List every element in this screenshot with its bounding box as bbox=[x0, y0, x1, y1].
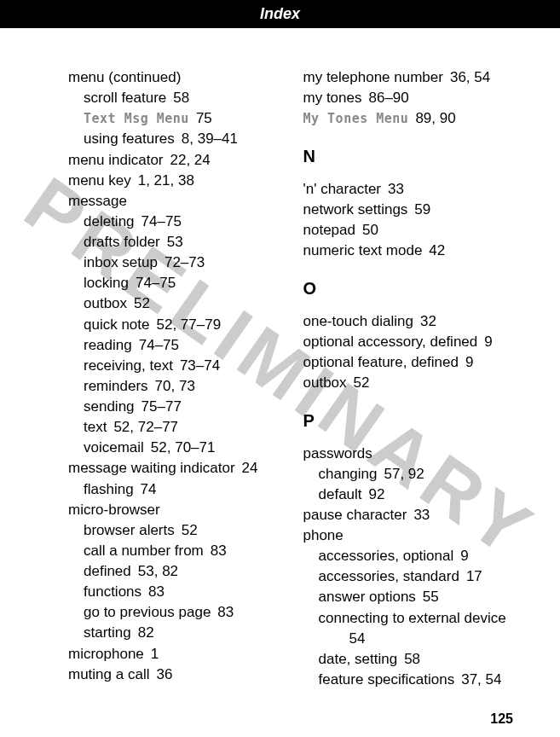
index-entry: date, setting58 bbox=[303, 649, 518, 670]
index-entry: inbox setup72–73 bbox=[68, 252, 283, 273]
index-entry-pages: 52, 72–77 bbox=[113, 419, 178, 435]
index-entry-text: reading bbox=[84, 337, 132, 353]
index-entry-text: muting a call bbox=[68, 666, 149, 682]
index-entry-text: notepad bbox=[303, 222, 355, 238]
index-entry: optional feature, defined9 bbox=[303, 352, 518, 373]
page-header: Index bbox=[0, 0, 560, 28]
index-entry: message bbox=[68, 191, 283, 212]
index-entry-pages: 17 bbox=[466, 568, 482, 584]
index-entry-pages: 36 bbox=[156, 666, 172, 682]
index-entry-pages: 82 bbox=[138, 624, 154, 641]
index-entry-text: numeric text mode bbox=[303, 242, 423, 258]
index-entry-pages: 73–74 bbox=[180, 357, 220, 374]
index-entry: 54 bbox=[303, 629, 518, 649]
index-entry-pages: 58 bbox=[404, 651, 420, 667]
index-entry: starting82 bbox=[68, 623, 283, 643]
index-entry-text: text bbox=[84, 419, 107, 435]
index-entry-text: my tones bbox=[303, 90, 362, 106]
index-entry-pages: 50 bbox=[362, 222, 378, 238]
index-entry: sending75–77 bbox=[68, 397, 283, 417]
index-entry: go to previous page83 bbox=[68, 602, 283, 623]
index-entry-text: drafts folder bbox=[84, 234, 160, 250]
index-entry-pages: 86–90 bbox=[368, 90, 408, 106]
index-entry: one-touch dialing32 bbox=[303, 311, 518, 332]
index-entry-pages: 52 bbox=[354, 374, 370, 391]
index-entry-text: optional feature, defined bbox=[303, 354, 459, 370]
index-entry-pages: 24 bbox=[242, 460, 258, 476]
index-entry: muting a call36 bbox=[68, 664, 283, 685]
index-entry-pages: 70, 73 bbox=[155, 378, 195, 394]
index-entry-text: voicemail bbox=[84, 439, 144, 456]
index-entry: menu (continued) bbox=[68, 67, 283, 88]
index-entry: menu key1, 21, 38 bbox=[68, 171, 283, 191]
index-entry: numeric text mode42 bbox=[303, 241, 518, 261]
index-entry: default92 bbox=[303, 485, 518, 505]
index-entry-text: connecting to external device bbox=[319, 610, 506, 626]
index-entry: flashing74 bbox=[68, 479, 283, 500]
index-entry-text: accessories, optional bbox=[319, 548, 454, 564]
index-entry-text: message bbox=[68, 193, 127, 209]
index-entry-text: defined bbox=[84, 563, 131, 579]
index-entry: outbox52 bbox=[303, 373, 518, 393]
index-entry: receiving, text73–74 bbox=[68, 356, 283, 376]
index-entry-pages: 36, 54 bbox=[450, 69, 490, 85]
index-entry: outbox52 bbox=[68, 293, 283, 314]
index-entry-text: browser alerts bbox=[84, 522, 175, 538]
index-entry-text: 'n' character bbox=[303, 181, 382, 197]
index-entry: pause character33 bbox=[303, 505, 518, 525]
index-entry-pages: 57, 92 bbox=[384, 466, 424, 482]
index-entry-pages: 75–77 bbox=[141, 398, 182, 415]
index-entry-pages: 59 bbox=[414, 201, 430, 218]
index-entry-pages: 22, 24 bbox=[170, 152, 211, 168]
index-entry: micro-browser bbox=[68, 500, 283, 520]
index-entry: defined53, 82 bbox=[68, 561, 283, 582]
index-entry: 'n' character33 bbox=[303, 179, 518, 200]
index-entry-pages: 52 bbox=[182, 522, 198, 538]
index-entry-text: my telephone number bbox=[303, 69, 443, 85]
index-entry: reading74–75 bbox=[68, 335, 283, 356]
index-entry-pages: 74–75 bbox=[139, 337, 179, 353]
index-entry: reminders70, 73 bbox=[68, 376, 283, 397]
index-entry-text: microphone bbox=[68, 646, 144, 662]
index-entry: notepad50 bbox=[303, 220, 518, 241]
index-entry: feature specifications37, 54 bbox=[303, 670, 518, 690]
index-entry-pages: 9 bbox=[460, 548, 468, 564]
index-entry-pages: 74–75 bbox=[141, 213, 182, 229]
index-entry: voicemail52, 70–71 bbox=[68, 438, 283, 458]
index-entry-text: changing bbox=[319, 466, 378, 482]
index-entry: answer options55 bbox=[303, 587, 518, 607]
index-entry: My Tones Menu89, 90 bbox=[303, 108, 518, 129]
index-entry: call a number from83 bbox=[68, 541, 283, 561]
index-entry-pages: 53 bbox=[167, 234, 183, 250]
index-entry: using features8, 39–41 bbox=[68, 129, 283, 149]
index-entry: passwords bbox=[303, 444, 518, 464]
index-entry: connecting to external device bbox=[303, 608, 518, 629]
index-entry-pages: 33 bbox=[413, 507, 430, 523]
index-entry: text52, 72–77 bbox=[68, 417, 283, 438]
index-entry-text: functions bbox=[84, 583, 141, 600]
index-entry: accessories, optional9 bbox=[303, 546, 518, 566]
index-entry-text: phone bbox=[303, 527, 344, 543]
index-entry: my telephone number36, 54 bbox=[303, 67, 518, 88]
index-entry-pages: 9 bbox=[484, 334, 492, 350]
index-entry-pages: 58 bbox=[173, 90, 189, 106]
index-entry-text: call a number from bbox=[84, 543, 204, 559]
index-content: menu (continued)scroll feature58Text Msg… bbox=[0, 28, 560, 690]
index-entry-text: inbox setup bbox=[84, 254, 158, 270]
index-entry-pages: 37, 54 bbox=[461, 671, 501, 688]
index-entry-text: scroll feature bbox=[84, 90, 166, 106]
index-entry-text: quick note bbox=[84, 316, 150, 333]
index-entry-text: one-touch dialing bbox=[303, 313, 413, 329]
index-entry: functions83 bbox=[68, 582, 283, 602]
index-entry-pages: 52, 70–71 bbox=[151, 439, 216, 456]
section-heading: O bbox=[303, 276, 518, 300]
index-entry: my tones86–90 bbox=[303, 88, 518, 108]
index-entry-pages: 74–75 bbox=[136, 275, 176, 291]
index-entry-text: locking bbox=[84, 275, 129, 291]
index-entry-text: outbox bbox=[303, 374, 347, 391]
index-entry-pages: 55 bbox=[423, 589, 439, 605]
index-entry: locking74–75 bbox=[68, 273, 283, 293]
index-entry-pages: 52, 77–79 bbox=[157, 316, 222, 333]
index-entry-text: deleting bbox=[84, 213, 135, 229]
index-entry: changing57, 92 bbox=[303, 464, 518, 485]
